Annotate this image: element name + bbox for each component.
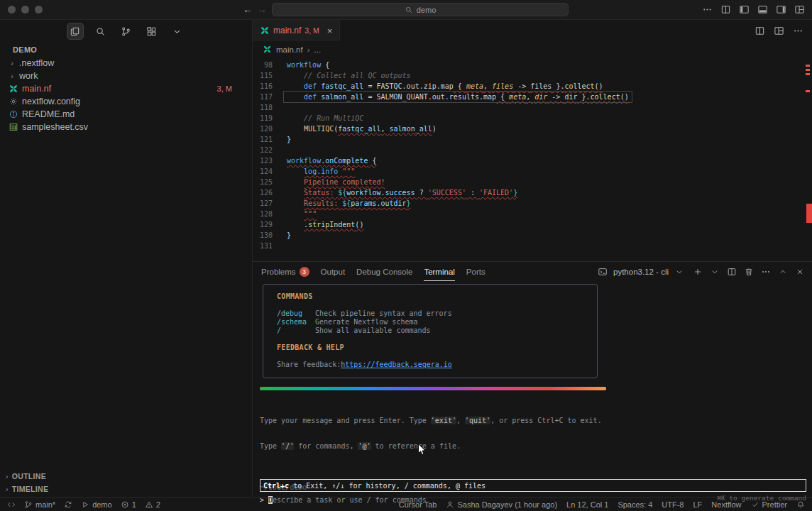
breadcrumb-symbol[interactable]: ... [314,45,322,54]
feedback-link[interactable]: https://feedback.seqera.io [341,361,452,369]
panel-tab-debug-console[interactable]: Debug Console [356,262,412,282]
code-line-123[interactable]: 123workflow.onComplete { [253,155,812,166]
command-center[interactable]: demo [272,3,569,16]
panel-tab-problems[interactable]: Problems3 [261,262,309,282]
code-line-121[interactable]: 121} [253,134,812,145]
terminal[interactable]: COMMANDS /debugCheck pipeline syntax and… [253,282,812,504]
status-2[interactable]: 2 [145,500,160,509]
panel-tab-label: Debug Console [356,268,412,276]
command-center-text: demo [417,6,437,14]
command-name[interactable]: / [277,326,315,335]
code-line-127[interactable]: 127 Results: ${params.outdir} [253,198,812,209]
code-line-125[interactable]: 125 Pipeline completed! [253,177,812,187]
activity-source-control-icon[interactable] [118,23,135,40]
terminal-session-label[interactable]: python3.12 - cli [613,268,669,276]
scrollbar-thumb[interactable] [806,204,812,223]
panel-tab-label: Terminal [424,268,454,276]
code-line-126[interactable]: 126 Status: ${workflow.success ? 'SUCCES… [253,187,812,198]
code-line-122[interactable]: 122 [253,145,812,155]
section-outline[interactable]: ›OUTLINE [0,470,252,483]
activity-files-icon[interactable] [67,23,84,40]
titlebar-split-editor-icon[interactable] [720,4,731,15]
activity-chevron-down-icon[interactable] [169,23,186,40]
panel-action-plus-icon[interactable] [693,267,703,277]
overview-ruler[interactable] [805,57,812,261]
titlebar-kebab-icon[interactable] [702,4,713,15]
panel-tab-terminal[interactable]: Terminal [424,262,454,282]
remote-icon [7,500,16,509]
explorer-section-label[interactable]: DEMO [0,43,252,57]
tree-item-nextflow-config[interactable]: nextflow.config [0,95,252,108]
tree-item-nextflow[interactable]: ›.nextflow [0,57,252,70]
code-line-117[interactable]: 117 def salmon_all = SALMON_QUANT.out.re… [253,92,812,102]
command-row-debug: /debugCheck pipeline syntax and errors [277,309,588,318]
line-content: // Run MultiQC [284,113,363,123]
editor-action-split-editor-icon[interactable] [755,26,765,36]
titlebar-layout-icon[interactable] [794,4,805,15]
command-name[interactable]: /schema [277,318,315,326]
line-number: 126 [253,187,284,198]
forward-button[interactable]: → [257,4,267,15]
status-remote-icon[interactable] [7,500,16,509]
command-name[interactable]: /debug [277,309,315,318]
editor-action-layout-icon[interactable] [774,26,784,36]
activity-search-icon[interactable] [92,23,109,40]
line-number: 127 [253,198,284,209]
source-control-icon [121,26,131,37]
activity-extensions-icon[interactable] [143,23,160,40]
code-line-98[interactable]: 98workflow { [253,60,812,70]
status-1[interactable]: 1 [121,500,136,509]
hint-line-1: Type your message and press Enter. Type … [260,417,806,425]
line-number: 115 [253,70,284,81]
code-editor[interactable]: 98workflow {115 // Collect all QC output… [253,57,812,261]
cli-help-box: COMMANDS /debugCheck pipeline syntax and… [263,284,598,378]
tree-item-main-nf[interactable]: main.nf3, M [0,82,252,95]
hint-code-token: '/' [281,442,294,450]
panel-action-chevron-up-icon[interactable] [778,267,788,277]
panel-tab-output[interactable]: Output [321,262,346,282]
code-line-124[interactable]: 124 log.info """ [253,166,812,177]
minimize-window-button[interactable] [21,6,29,13]
command-list: /debugCheck pipeline syntax and errors/s… [277,309,588,335]
code-line-120[interactable]: 120 MULTIQC(fastqc_all, salmon_all) [253,123,812,134]
close-window-button[interactable] [8,6,16,13]
panel-action-split-icon[interactable] [727,267,737,277]
status-sync-icon[interactable] [64,500,72,509]
status-main[interactable]: main* [24,500,55,509]
tree-item-work[interactable]: ›work [0,70,252,82]
code-line-131[interactable]: 131 [253,241,812,251]
code-line-129[interactable]: 129 .stripIndent() [253,219,812,230]
line-number: 120 [253,123,284,134]
tab-main-nf[interactable]: main.nf 3, M × [253,20,340,41]
code-line-119[interactable]: 119 // Run MultiQC [253,113,812,123]
zoom-window-button[interactable] [35,6,43,13]
titlebar-panel-right-icon[interactable] [776,4,786,15]
titlebar-panel-left-icon[interactable] [739,4,750,15]
file-label: README.md [22,109,75,119]
tree-item-readme-md[interactable]: README.md [0,108,252,121]
tree-item-samplesheet-csv[interactable]: samplesheet.csv [0,121,252,133]
warning-icon [145,500,153,509]
back-button[interactable]: ← [243,4,253,15]
panel-action-trash-icon[interactable] [744,267,754,277]
panel-action-chevron-down-icon[interactable] [710,267,720,277]
line-content: log.info """ [284,166,355,177]
code-line-130[interactable]: 130} [253,230,812,241]
code-line-115[interactable]: 115 // Collect all QC outputs [253,70,812,81]
section-timeline[interactable]: ›TIMELINE [0,483,252,495]
command-row-schema: /schemaGenerate Nextflow schema [277,318,588,326]
line-content: } [284,134,291,145]
panel-action-kebab-icon[interactable] [761,267,771,277]
code-line-128[interactable]: 128 """ [253,209,812,219]
hint-text: , [456,417,465,424]
tab-close-icon[interactable]: × [327,26,333,35]
status-demo[interactable]: demo [81,500,112,509]
editor-action-kebab-icon[interactable] [793,26,803,36]
code-line-116[interactable]: 116 def fastqc_all = FASTQC.out.zip.map … [253,81,812,92]
code-line-118[interactable]: 118 [253,102,812,113]
hint-text: Type your message and press Enter. Type [260,417,431,424]
breadcrumb-file[interactable]: main.nf [276,45,303,54]
titlebar-panel-bottom-icon[interactable] [757,4,768,15]
panel-tab-ports[interactable]: Ports [466,262,485,282]
panel-action-close-icon[interactable] [795,267,805,277]
